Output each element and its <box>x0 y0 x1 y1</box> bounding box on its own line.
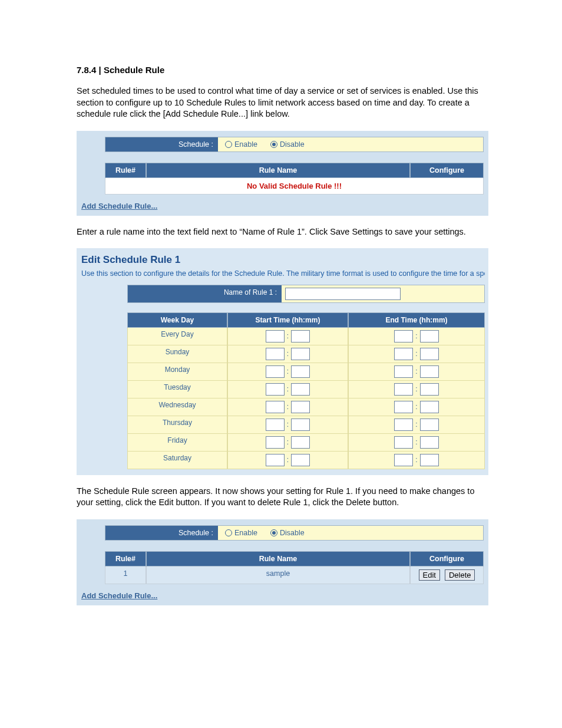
end-hour-input[interactable] <box>394 383 413 396</box>
enable-radio-2[interactable]: Enable <box>225 529 257 537</box>
time-colon: : <box>415 403 417 411</box>
disable-label-2: Disable <box>280 529 305 537</box>
start-hour-input[interactable] <box>266 419 285 431</box>
time-colon: : <box>287 403 289 411</box>
end-min-input[interactable] <box>420 419 439 431</box>
start-min-input[interactable] <box>291 383 310 396</box>
time-colon: : <box>415 420 417 429</box>
col-rule-name: Rule Name <box>146 163 410 178</box>
col-configure: Configure <box>410 163 484 178</box>
end-hour-input[interactable] <box>394 365 413 378</box>
time-colon: : <box>287 385 289 393</box>
end-min-input[interactable] <box>420 436 439 449</box>
start-hour-input[interactable] <box>266 330 285 342</box>
weekday-cell: Every Day <box>127 328 227 345</box>
weekday-cell: Monday <box>127 363 227 381</box>
start-hour-input[interactable] <box>266 401 285 413</box>
col-configure-2: Configure <box>410 551 484 566</box>
schedule-toggle-bar-2: Schedule : Enable Disable <box>105 525 484 541</box>
start-min-input[interactable] <box>291 419 310 431</box>
edit-schedule-panel: Edit Schedule Rule 1 Use this section to… <box>77 248 488 475</box>
time-row: Wednesday:: <box>127 398 485 416</box>
time-colon: : <box>415 385 417 393</box>
time-row: Friday:: <box>127 434 485 452</box>
time-table-header: Week Day Start Time (hh:mm) End Time (hh… <box>127 312 485 328</box>
start-min-input[interactable] <box>291 401 310 413</box>
col-weekday: Week Day <box>127 312 227 328</box>
disable-label: Disable <box>280 140 305 149</box>
end-hour-input[interactable] <box>394 454 413 466</box>
schedule-panel-populated: Schedule : Enable Disable Rule# Rule Nam… <box>77 519 488 605</box>
start-hour-input[interactable] <box>266 365 285 378</box>
end-hour-input[interactable] <box>394 436 413 449</box>
start-hour-input[interactable] <box>266 348 285 360</box>
time-colon: : <box>287 367 289 375</box>
end-min-input[interactable] <box>420 330 439 342</box>
end-min-input[interactable] <box>420 383 439 396</box>
end-min-input[interactable] <box>420 454 439 466</box>
paragraph-3: The Schedule Rule screen appears. It now… <box>77 486 488 509</box>
rule-name-input[interactable] <box>285 288 401 300</box>
end-hour-input[interactable] <box>394 401 413 413</box>
add-schedule-rule-link-2[interactable]: Add Schedule Rule... <box>81 591 157 600</box>
start-min-input[interactable] <box>291 365 310 378</box>
start-hour-input[interactable] <box>266 454 285 466</box>
weekday-cell: Saturday <box>127 452 227 469</box>
paragraph-2: Enter a rule name into the text field ne… <box>77 226 488 238</box>
time-colon: : <box>287 332 289 340</box>
time-colon: : <box>415 456 417 464</box>
rule-name-cell: sample <box>146 566 410 584</box>
weekday-cell: Wednesday <box>127 398 227 416</box>
time-row: Monday:: <box>127 363 485 381</box>
disable-radio[interactable]: Disable <box>270 140 305 149</box>
col-rule-num: Rule# <box>105 163 146 178</box>
enable-label-2: Enable <box>234 529 257 537</box>
section-heading: 7.8.4 | Schedule Rule <box>77 65 488 75</box>
end-hour-input[interactable] <box>394 348 413 360</box>
schedule-label-2: Schedule : <box>105 526 218 540</box>
schedule-panel-empty: Schedule : Enable Disable Rule# Rule Nam… <box>77 131 488 216</box>
col-rule-name-2: Rule Name <box>146 551 410 566</box>
time-colon: : <box>415 438 417 446</box>
rule-name-label: Name of Rule 1 : <box>128 285 282 302</box>
add-schedule-rule-link[interactable]: Add Schedule Rule... <box>81 202 157 210</box>
time-colon: : <box>415 367 417 375</box>
start-hour-input[interactable] <box>266 436 285 449</box>
end-hour-input[interactable] <box>394 419 413 431</box>
time-row: Thursday:: <box>127 416 485 434</box>
time-row: Sunday:: <box>127 345 485 363</box>
start-min-input[interactable] <box>291 454 310 466</box>
edit-button[interactable]: Edit <box>419 569 440 581</box>
weekday-cell: Tuesday <box>127 381 227 398</box>
enable-radio[interactable]: Enable <box>225 140 257 149</box>
weekday-cell: Sunday <box>127 345 227 363</box>
rule-number-cell: 1 <box>105 566 146 584</box>
col-rule-num-2: Rule# <box>105 551 146 566</box>
start-min-input[interactable] <box>291 330 310 342</box>
end-min-input[interactable] <box>420 401 439 413</box>
edit-schedule-description: Use this section to configure the detail… <box>81 269 485 279</box>
end-min-input[interactable] <box>420 348 439 360</box>
time-colon: : <box>287 350 289 358</box>
schedule-label: Schedule : <box>105 137 218 151</box>
start-min-input[interactable] <box>291 348 310 360</box>
start-hour-input[interactable] <box>266 383 285 396</box>
weekday-cell: Friday <box>127 434 227 452</box>
weekday-cell: Thursday <box>127 416 227 434</box>
disable-radio-2[interactable]: Disable <box>270 529 305 537</box>
end-min-input[interactable] <box>420 365 439 378</box>
enable-label: Enable <box>234 140 257 149</box>
col-end-time: End Time (hh:mm) <box>348 312 485 328</box>
time-colon: : <box>287 420 289 429</box>
end-hour-input[interactable] <box>394 330 413 342</box>
rule-table-header-2: Rule# Rule Name Configure <box>105 551 484 566</box>
delete-button[interactable]: Delete <box>445 569 475 581</box>
rule-name-bar: Name of Rule 1 : <box>127 285 485 303</box>
no-valid-rule-message: No Valid Schedule Rule !!! <box>105 178 484 195</box>
paragraph-1: Set scheduled times to be used to contro… <box>77 85 488 120</box>
start-min-input[interactable] <box>291 436 310 449</box>
time-colon: : <box>415 332 417 340</box>
col-start-time: Start Time (hh:mm) <box>227 312 348 328</box>
time-row: Tuesday:: <box>127 381 485 398</box>
time-row: Every Day:: <box>127 328 485 345</box>
